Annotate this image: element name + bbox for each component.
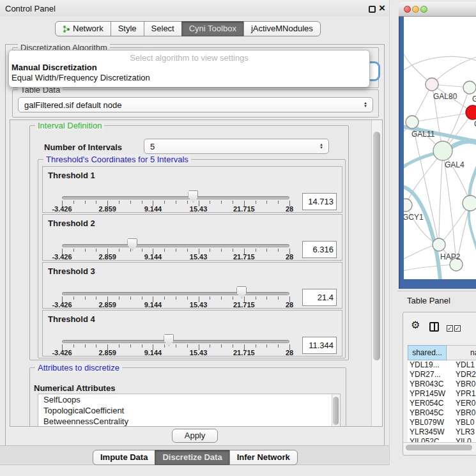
list-scrollbar[interactable] (332, 394, 340, 427)
tick-mark (210, 201, 210, 204)
tick-mark (233, 201, 233, 204)
network-node[interactable] (404, 199, 412, 211)
scrollbar-thumb[interactable] (373, 132, 380, 360)
table-row[interactable]: YBR043CYBR0 (408, 380, 476, 389)
table-row[interactable]: YDR27...YDR2 (408, 370, 476, 380)
tick-label: 15.43 (190, 349, 208, 357)
table-data-combo[interactable]: galFiltered.sif default node ▲▼ (18, 97, 373, 112)
close-traffic-light[interactable] (404, 6, 411, 13)
tick-mark (233, 344, 233, 348)
cell-shared-name: YPR145W (410, 389, 445, 399)
threshold-box: Threshold 2-3.4262.8599.14415.4321.71528 (42, 214, 342, 261)
minimize-traffic-light[interactable] (412, 6, 419, 13)
apply-button[interactable]: Apply (172, 429, 218, 443)
tab-discretize-data[interactable]: Discretize Data (155, 450, 229, 465)
tick-mark (266, 249, 267, 252)
cell-shared-name: YLR345W (410, 427, 445, 437)
threshold-value-field[interactable] (302, 241, 337, 258)
table-row[interactable]: YLR345WYLR3 (408, 427, 476, 437)
tab-style[interactable]: Style (111, 21, 144, 36)
checkbox-icon[interactable]: ✓ (447, 325, 453, 332)
threshold-value-field[interactable] (302, 193, 337, 210)
tab-cyni-toolbox[interactable]: Cyni Toolbox (181, 21, 244, 36)
network-node[interactable] (406, 116, 418, 128)
columns-icon[interactable] (429, 322, 439, 332)
node-label: GAL11 (411, 130, 435, 139)
tick-mark (210, 296, 210, 300)
tick-label: -3.426 (52, 253, 72, 261)
cell-name: YER0 (456, 399, 475, 408)
tick-label: 21.715 (233, 301, 255, 309)
tab-jactivemnodules[interactable]: jActiveMNodules (243, 21, 321, 36)
slider-track[interactable] (62, 196, 289, 199)
group-label: Interval Definition (35, 121, 104, 130)
attribute-list-item[interactable]: BetweennessCentrality (38, 416, 340, 427)
slider-track[interactable] (62, 292, 289, 295)
table-row[interactable]: YPR145WYPR1 (408, 389, 476, 399)
cell-shared-name: YBR043C (410, 380, 443, 389)
table-row[interactable]: YER054CYER0 (408, 399, 476, 408)
tick-mark (142, 201, 142, 204)
tab-select[interactable]: Select (144, 21, 182, 36)
attribute-list-item[interactable]: TopologicalCoefficient (38, 405, 340, 416)
tick-label: 2.859 (98, 253, 116, 261)
slider-track[interactable] (62, 340, 289, 343)
tick-mark (85, 296, 86, 300)
slider-track[interactable] (62, 244, 289, 247)
network-node[interactable] (433, 238, 445, 251)
slider-thumb[interactable] (164, 334, 174, 346)
slider-thumb[interactable] (236, 286, 247, 298)
dropdown-option[interactable]: Equal Width/Frequency Discretization (9, 73, 369, 83)
tab-infer-network[interactable]: Infer Network (229, 450, 298, 465)
cell-name: YIL0 (456, 437, 472, 442)
table-row[interactable]: YDL19...YDL1 (408, 360, 476, 370)
network-canvas[interactable]: GAL80GCGAL11GAL4GCY1HHAP2 (404, 17, 476, 279)
horizontal-scrollbar[interactable] (403, 442, 476, 451)
scrollbar-thumb[interactable] (333, 397, 339, 425)
network-node[interactable] (466, 105, 476, 119)
scrollbar-thumb[interactable] (406, 445, 472, 450)
checkbox-icon[interactable]: ✓ (454, 325, 461, 332)
network-node[interactable] (463, 81, 476, 94)
close-icon[interactable]: × (379, 2, 385, 15)
attributes-list[interactable]: SelfLoopsTopologicalCoefficientBetweenne… (38, 394, 341, 427)
tick-label: 28 (286, 253, 293, 261)
slider-thumb[interactable] (188, 190, 198, 203)
network-node[interactable] (426, 78, 438, 91)
dropdown-hint: Select algorithm to view settings (9, 53, 369, 63)
tick-mark (119, 344, 119, 348)
threshold-value-field[interactable] (302, 337, 337, 354)
network-node[interactable] (433, 141, 452, 160)
table-row[interactable]: YBL079WYBL0 (408, 418, 476, 427)
vertical-scrollbar[interactable] (371, 120, 382, 426)
slider-thumb[interactable] (127, 238, 137, 250)
threshold-value-field[interactable] (302, 289, 337, 306)
num-intervals-combo[interactable]: 5 ▲▼ (144, 139, 329, 154)
tab-network[interactable]: Network (55, 21, 111, 36)
table-panel-title: Table Panel (407, 296, 450, 305)
column-header-shared-name[interactable]: shared... (408, 345, 447, 360)
tab-impute-data[interactable]: Impute Data (93, 450, 155, 465)
tick-mark (256, 201, 256, 204)
num-intervals-value: 5 (150, 142, 155, 151)
cell-name: YDL1 (456, 360, 475, 370)
column-header-name[interactable]: na (447, 345, 476, 360)
table-row[interactable]: YIL052CYIL0 (408, 437, 476, 442)
gear-icon[interactable]: ⚙ (411, 319, 420, 331)
cell-shared-name: YBR045C (410, 408, 443, 418)
float-window-icon[interactable] (369, 6, 376, 13)
tab-label: Select (151, 22, 174, 36)
tick-label: 21.715 (233, 205, 255, 213)
zoom-traffic-light[interactable] (420, 6, 427, 13)
tab-label: Discretize Data (162, 450, 222, 464)
tick-mark (130, 249, 131, 252)
attribute-list-item[interactable]: SelfLoops (38, 394, 340, 405)
cell-name: YPR1 (456, 389, 475, 399)
table-panel-box: ⚙ ✓ ✓ shared... na YDL19...YDL1YDR27...Y… (403, 312, 476, 456)
network-node[interactable] (463, 196, 476, 211)
dropdown-option[interactable]: Manual Discretization (9, 63, 369, 73)
table-row[interactable]: YBR045CYBR0 (408, 408, 476, 418)
tick-mark (164, 344, 165, 348)
tick-mark (256, 344, 256, 348)
node-table[interactable]: shared... na YDL19...YDL1YDR27...YDR2YBR… (408, 345, 476, 442)
